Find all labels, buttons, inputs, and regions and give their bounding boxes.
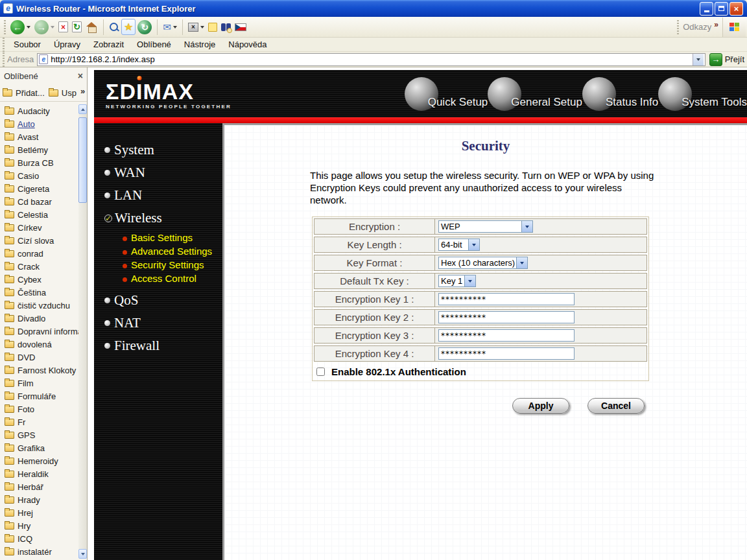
toolbar-grip[interactable] [4, 20, 6, 34]
encryption-key-3-input[interactable] [438, 329, 575, 342]
favorite-item[interactable]: Fr [0, 415, 78, 428]
favorite-item[interactable]: Audacity [0, 104, 78, 117]
favorites-close-button[interactable]: × [78, 71, 83, 81]
favorite-item[interactable]: Dopravní informace [0, 325, 78, 338]
close-button[interactable]: × [729, 2, 743, 16]
favorite-item[interactable]: ICQ [0, 532, 78, 545]
top-nav-item[interactable]: Status Info [582, 70, 658, 117]
menubar-grip[interactable] [3, 38, 5, 52]
menu-item[interactable]: Úpravy [47, 38, 87, 51]
favorites-button[interactable]: ★ [121, 19, 136, 35]
favorite-item[interactable]: Avast [0, 130, 78, 143]
mail-dropdown-icon[interactable] [173, 26, 177, 29]
menu-item[interactable]: Zobrazit [87, 38, 130, 51]
edit-dropdown-icon[interactable] [200, 26, 204, 29]
favorite-item[interactable]: GPS [0, 428, 78, 441]
menu-item[interactable]: Nápověda [222, 38, 273, 51]
chevron-down-icon[interactable] [516, 257, 527, 268]
menu-item[interactable]: Nástroje [178, 38, 222, 51]
favorite-item[interactable]: Hry [0, 519, 78, 532]
menu-item[interactable]: Oblíbené [130, 38, 178, 51]
home-button[interactable] [84, 21, 100, 34]
favorite-item[interactable]: Cigereta [0, 182, 78, 195]
chevron-down-icon[interactable] [464, 275, 475, 286]
favorite-item[interactable]: Film [0, 377, 78, 390]
side-nav-item-firewall[interactable]: Firewall [94, 334, 222, 357]
favorite-item[interactable]: Herbář [0, 480, 78, 493]
history-button[interactable]: ↻ [136, 19, 154, 36]
favorite-item[interactable]: Heraldik [0, 467, 78, 480]
favorite-item[interactable]: DVD [0, 351, 78, 364]
add-favorite-button[interactable]: Přidat... [3, 88, 45, 98]
favorite-item[interactable]: Betlémy [0, 143, 78, 156]
top-nav-item[interactable]: Quick Setup [405, 70, 488, 117]
side-nav-item-lan[interactable]: LAN [94, 184, 222, 207]
edit-button[interactable]: × [186, 21, 206, 33]
top-nav-item[interactable]: General Setup [488, 70, 582, 117]
enable-8021x-checkbox[interactable] [316, 368, 325, 376]
chevron-down-icon[interactable] [521, 221, 532, 232]
favorite-item[interactable]: Cybex [0, 273, 78, 286]
sub-nav-item-security-settings[interactable]: Security Settings [102, 258, 222, 272]
favorite-item[interactable]: čistič vzduchu [0, 299, 78, 312]
scroll-up-button[interactable] [78, 104, 87, 114]
favorite-item[interactable]: Foto [0, 402, 78, 415]
links-chevron-icon[interactable]: » [714, 20, 718, 29]
side-nav-item-wan[interactable]: WAN [94, 161, 222, 184]
minimize-button[interactable] [700, 2, 713, 16]
search-button[interactable] [107, 21, 121, 34]
menu-item[interactable]: Soubor [7, 38, 47, 51]
encryption-select[interactable]: WEP [438, 220, 533, 233]
chevron-down-icon[interactable] [468, 239, 479, 250]
side-nav-item-qos[interactable]: QoS [94, 289, 222, 312]
scroll-down-button[interactable] [78, 549, 87, 559]
apply-button[interactable]: Apply [512, 398, 569, 414]
favorites-chevron-icon[interactable]: » [80, 86, 85, 96]
cancel-button[interactable]: Cancel [587, 398, 645, 414]
favorite-item[interactable]: conrad [0, 247, 78, 260]
favorite-item[interactable]: Cd bazar [0, 195, 78, 208]
sub-nav-item-advanced-settings[interactable]: Advanced Settings [102, 244, 222, 258]
scrollbar-thumb[interactable] [78, 117, 87, 203]
mail-button[interactable]: ✉ [161, 20, 179, 34]
favorite-item[interactable]: Čeština [0, 286, 78, 299]
favorite-item[interactable]: Formuláře [0, 390, 78, 402]
favorite-item[interactable]: Hrej [0, 506, 78, 519]
favorite-item[interactable]: Auto [0, 117, 78, 130]
favorite-item[interactable]: Casio [0, 169, 78, 182]
links-grip[interactable] [677, 20, 679, 34]
address-url[interactable]: http://192.168.2.1/index.asp [51, 54, 692, 64]
favorite-item[interactable]: Grafika [0, 441, 78, 454]
notes-button[interactable] [206, 21, 219, 33]
sub-nav-item-access-control[interactable]: Access Control [102, 272, 222, 285]
forward-button[interactable]: → [32, 19, 56, 36]
favorite-item[interactable]: dovolená [0, 338, 78, 351]
favorite-item[interactable]: instalatér [0, 545, 78, 558]
organize-favorites-button[interactable]: Usp [49, 88, 77, 98]
side-nav-item-nat[interactable]: NAT [94, 312, 222, 334]
go-button[interactable]: → Přejít [709, 53, 744, 66]
refresh-button[interactable]: ↻ [70, 20, 84, 34]
restore-button[interactable] [715, 2, 728, 16]
key-length-select[interactable]: 64-bit [438, 239, 480, 251]
back-dropdown-icon[interactable] [27, 26, 30, 29]
back-button[interactable]: ← [8, 19, 32, 36]
addressbar-grip[interactable] [3, 52, 5, 67]
address-dropdown-button[interactable] [693, 54, 704, 65]
forward-dropdown-icon[interactable] [51, 26, 54, 29]
key-format-select[interactable]: Hex (10 characters) [438, 257, 528, 269]
favorite-item[interactable]: Celestia [0, 208, 78, 221]
favorite-item[interactable]: Cizí slova [0, 234, 78, 247]
side-nav-item-system[interactable]: System [94, 139, 222, 161]
encryption-key-2-input[interactable] [438, 311, 575, 323]
favorite-item[interactable]: Hemeroidy [0, 454, 78, 467]
sub-nav-item-basic-settings[interactable]: Basic Settings [102, 231, 222, 244]
favorite-item[interactable]: Divadlo [0, 312, 78, 325]
favorite-item[interactable]: Burza CB [0, 156, 78, 169]
encryption-key-4-input[interactable] [438, 347, 575, 360]
stop-button[interactable]: × [56, 20, 70, 34]
favorite-item[interactable]: Farnost Klokoty ... [0, 364, 78, 377]
research-button[interactable] [219, 22, 233, 32]
default-tx-key-select[interactable]: Key 1 [438, 275, 476, 287]
translate-button[interactable] [233, 22, 248, 32]
